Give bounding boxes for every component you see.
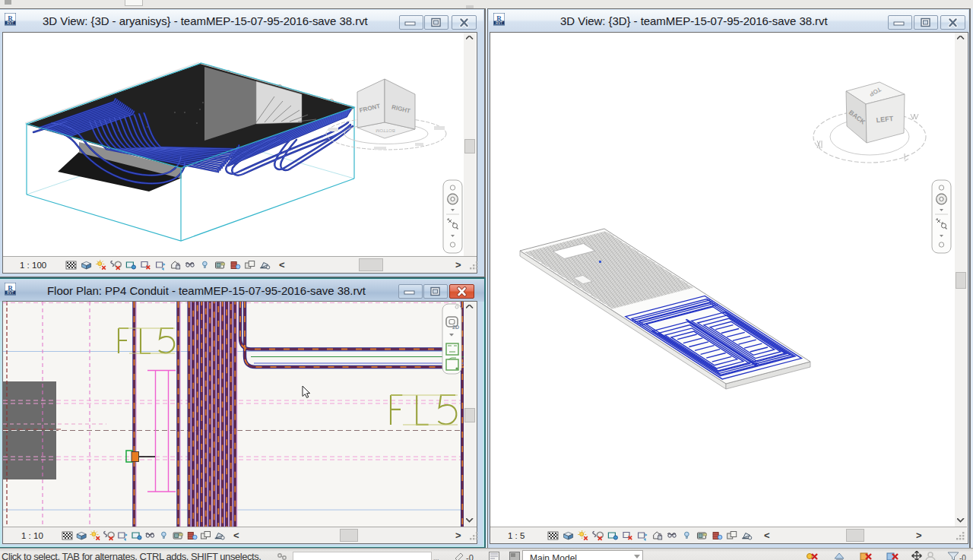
svg-text:BOTTOM: BOTTOM [376, 128, 395, 133]
svg-text:2D: 2D [452, 324, 459, 330]
